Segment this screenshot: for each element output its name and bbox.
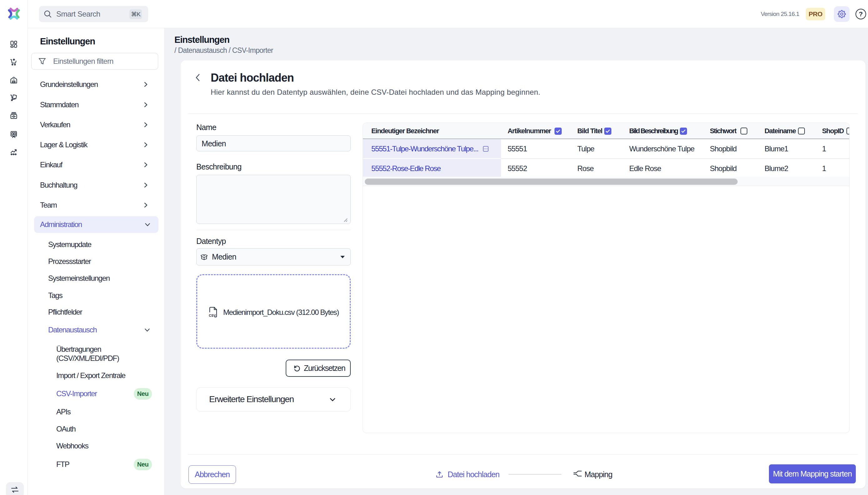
svg-text:CSV: CSV	[209, 314, 216, 318]
